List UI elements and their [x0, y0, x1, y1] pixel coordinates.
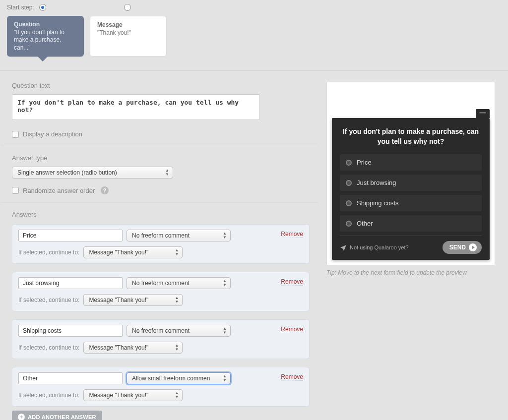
widget-option-label: Price: [357, 159, 372, 166]
answer-block: Allow small freeform commen▲▼RemoveIf se…: [12, 367, 310, 407]
brand-link[interactable]: Not using Qualaroo yet?: [340, 244, 409, 251]
widget-option[interactable]: Price: [340, 154, 482, 171]
continue-to-value: Message "Thank you!": [89, 297, 148, 303]
freeform-value: No freeform comment: [132, 232, 190, 239]
chevron-updown-icon: ▲▼: [165, 169, 170, 177]
survey-widget: — If you don't plan to make a purchase, …: [332, 118, 490, 260]
chevron-updown-icon: ▲▼: [222, 279, 227, 287]
radio-icon: [346, 221, 352, 227]
start-step-radio-1[interactable]: [39, 4, 46, 11]
freeform-select[interactable]: No freeform comment▲▼: [127, 325, 231, 337]
widget-option[interactable]: Just browsing: [340, 175, 482, 191]
remove-answer-link[interactable]: Remove: [281, 326, 303, 333]
continue-to-select[interactable]: Message "Thank you!"▲▼: [83, 246, 183, 258]
brand-icon: [340, 244, 347, 251]
step-card-question-title: Question: [14, 21, 77, 29]
answers-label: Answers: [12, 211, 310, 218]
widget-option[interactable]: Other: [340, 215, 482, 232]
widget-option-label: Just browsing: [357, 179, 396, 186]
help-icon[interactable]: ?: [101, 186, 109, 194]
freeform-value: No freeform comment: [132, 327, 190, 334]
widget-option-label: Shipping costs: [357, 199, 399, 207]
continue-to-value: Message "Thank you!": [89, 249, 148, 256]
widget-option[interactable]: Shipping costs: [340, 195, 482, 211]
answer-text-input[interactable]: [18, 277, 123, 289]
send-button-label: SEND: [449, 244, 466, 251]
display-description-label: Display a description: [23, 130, 82, 138]
radio-icon: [346, 200, 352, 206]
answer-type-value: Single answer selection (radio button): [17, 169, 117, 176]
step-card-message-title: Message: [97, 21, 159, 29]
question-text-label: Question text: [12, 82, 310, 89]
if-selected-label: If selected, continue to:: [18, 297, 79, 303]
radio-icon: [346, 180, 352, 186]
continue-to-select[interactable]: Message "Thank you!"▲▼: [83, 389, 183, 401]
chevron-updown-icon: ▲▼: [222, 374, 227, 382]
continue-to-select[interactable]: Message "Thank you!"▲▼: [83, 342, 183, 354]
minimize-button[interactable]: —: [476, 109, 490, 118]
remove-answer-link[interactable]: Remove: [281, 373, 303, 381]
brand-text: Not using Qualaroo yet?: [350, 244, 409, 250]
remove-answer-link[interactable]: Remove: [281, 278, 303, 286]
remove-answer-link[interactable]: Remove: [281, 231, 303, 238]
answer-block: No freeform comment▲▼RemoveIf selected, …: [12, 224, 310, 264]
chevron-updown-icon: ▲▼: [174, 248, 179, 256]
answer-block: No freeform comment▲▼RemoveIf selected, …: [12, 272, 310, 311]
add-another-answer-label: ADD ANOTHER ANSWER: [28, 414, 96, 420]
play-icon: [469, 243, 477, 251]
if-selected-label: If selected, continue to:: [18, 392, 79, 399]
preview-panel: — If you don't plan to make a purchase, …: [326, 82, 495, 265]
randomize-checkbox[interactable]: [12, 187, 19, 194]
randomize-label: Randomize answer order: [23, 187, 95, 194]
step-card-question-preview: "If you don't plan to make a purchase, c…: [14, 29, 77, 52]
answer-text-input[interactable]: [18, 230, 123, 241]
preview-tip: Tip: Move to the next form field to upda…: [326, 269, 495, 276]
answer-text-input[interactable]: [18, 325, 123, 337]
answer-block: No freeform comment▲▼RemoveIf selected, …: [12, 319, 310, 359]
continue-to-value: Message "Thank you!": [89, 392, 148, 399]
step-card-message[interactable]: Message "Thank you!": [90, 16, 167, 57]
start-step-label: Start step:: [7, 4, 34, 11]
start-step-radio-2[interactable]: [124, 4, 131, 11]
freeform-select[interactable]: Allow small freeform commen▲▼: [127, 372, 231, 384]
chevron-updown-icon: ▲▼: [174, 344, 179, 352]
continue-to-value: Message "Thank you!": [89, 344, 148, 351]
if-selected-label: If selected, continue to:: [18, 344, 79, 351]
chevron-updown-icon: ▲▼: [174, 296, 179, 304]
step-card-question[interactable]: Question "If you don't plan to make a pu…: [7, 16, 84, 57]
widget-question: If you don't plan to make a purchase, ca…: [340, 127, 482, 146]
chevron-updown-icon: ▲▼: [174, 391, 179, 399]
continue-to-select[interactable]: Message "Thank you!"▲▼: [83, 294, 183, 306]
answer-type-label: Answer type: [12, 154, 310, 162]
if-selected-label: If selected, continue to:: [18, 249, 79, 256]
widget-option-label: Other: [357, 220, 373, 227]
answer-type-select[interactable]: Single answer selection (radio button) ▲…: [12, 167, 173, 179]
add-another-answer-button[interactable]: + ADD ANOTHER ANSWER: [12, 411, 102, 420]
step-card-message-preview: "Thank you!": [97, 29, 159, 37]
question-text-input[interactable]: [12, 94, 260, 120]
freeform-select[interactable]: No freeform comment▲▼: [127, 277, 231, 289]
freeform-value: Allow small freeform commen: [132, 375, 210, 382]
plus-icon: +: [18, 414, 25, 420]
chevron-updown-icon: ▲▼: [222, 327, 227, 335]
freeform-value: No freeform comment: [132, 280, 190, 287]
answer-text-input[interactable]: [18, 372, 123, 384]
freeform-select[interactable]: No freeform comment▲▼: [127, 230, 231, 241]
radio-icon: [346, 160, 352, 166]
send-button[interactable]: SEND: [443, 241, 482, 254]
chevron-updown-icon: ▲▼: [222, 232, 227, 240]
display-description-checkbox[interactable]: [12, 131, 19, 138]
